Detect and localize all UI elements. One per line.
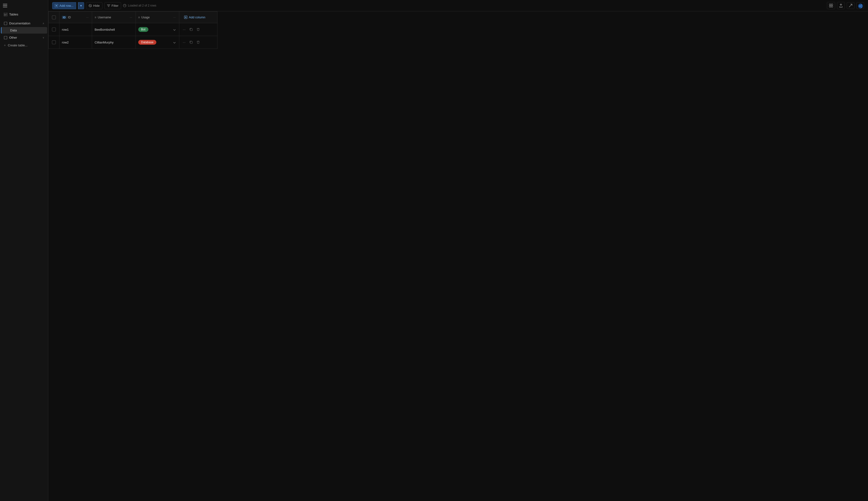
svg-point-27	[861, 7, 862, 8]
hide-label: Hide	[93, 4, 100, 8]
id-col-menu[interactable]: ···	[85, 16, 89, 19]
row2-usage-badge: Database	[138, 40, 156, 45]
export-button[interactable]	[837, 2, 845, 9]
table-container: ID ID ··· ≡ Username ···	[48, 11, 868, 501]
row1-usage-cell: Bot	[136, 23, 179, 36]
row2-actions-cell: ···	[179, 36, 218, 49]
row2-delete-button[interactable]	[196, 40, 201, 45]
usage-col-label: Usage	[141, 16, 150, 19]
add-row-label: Add row...	[60, 4, 73, 8]
grid-view-button[interactable]	[827, 2, 835, 9]
svg-rect-0	[3, 4, 7, 4]
th-username: ≡ Username ···	[92, 12, 136, 23]
add-column-button[interactable]: Add column	[182, 13, 208, 21]
svg-rect-33	[190, 29, 192, 31]
documentation-label: Documentation	[9, 21, 30, 25]
data-label: Data	[10, 29, 17, 32]
th-usage: ≡ Usage ···	[136, 12, 179, 23]
row2-username: CillianMurphy	[95, 41, 114, 44]
row1-delete-button[interactable]	[196, 27, 201, 32]
th-add-column: Add column	[179, 12, 218, 23]
chevron-down-icon: ∨	[43, 36, 44, 39]
share-circle-button[interactable]	[857, 2, 864, 10]
other-label: Other	[9, 36, 17, 39]
row1-checkbox[interactable]	[52, 28, 56, 31]
sidebar: Tables Documentation ∧ Data Other ∨ + Cr…	[0, 0, 48, 501]
id-col-label: ID	[68, 16, 71, 19]
svg-rect-20	[831, 6, 833, 7]
add-column-label: Add column	[189, 15, 205, 19]
row1-chevron-button[interactable]	[172, 27, 177, 32]
tables-label: Tables	[9, 13, 18, 16]
row1-username: BeeBombshell	[95, 28, 115, 31]
svg-line-11	[89, 5, 91, 6]
username-col-label: Username	[98, 16, 111, 19]
row2-username-cell: CillianMurphy	[92, 36, 136, 49]
row2-more-button[interactable]: ···	[182, 39, 187, 45]
row1-copy-button[interactable]	[189, 27, 194, 32]
plus-icon: +	[4, 43, 6, 47]
row2-usage-cell: Database	[136, 36, 179, 49]
add-row-button[interactable]: Add row...	[52, 2, 76, 9]
row1-usage-badge: Bot	[138, 27, 148, 32]
menu-icon[interactable]	[0, 2, 48, 10]
share-button[interactable]	[847, 2, 855, 9]
row2-chevron-button[interactable]	[172, 40, 177, 45]
dropdown-icon: ▾	[80, 4, 82, 8]
sidebar-item-data[interactable]: Data	[1, 27, 47, 34]
row1-id: row1	[62, 28, 68, 31]
id-col-icon: ID	[62, 16, 66, 19]
row1-actions-cell: ···	[179, 23, 218, 36]
svg-point-15	[123, 4, 126, 7]
sidebar-documentation-header[interactable]: Documentation ∧	[1, 20, 47, 26]
sidebar-item-tables[interactable]: Tables	[1, 11, 47, 18]
toolbar: Add row... ▾ Hide Filter	[48, 0, 868, 11]
sidebar-item-other[interactable]: Other ∨	[1, 34, 47, 41]
main-area: Add row... ▾ Hide Filter	[48, 0, 868, 501]
table-row: row1 BeeBombshell Bot	[49, 23, 218, 36]
svg-point-25	[859, 6, 860, 7]
row2-checkbox-cell	[49, 36, 60, 49]
username-col-menu[interactable]: ···	[129, 16, 133, 19]
filter-label: Filter	[112, 4, 119, 8]
row1-id-cell: row1	[60, 23, 92, 36]
add-row-dropdown[interactable]: ▾	[78, 2, 84, 9]
svg-point-26	[861, 5, 862, 6]
sidebar-create-table[interactable]: + Create table...	[1, 42, 47, 49]
row1-username-cell: BeeBombshell	[92, 23, 136, 36]
row2-id: row2	[62, 41, 68, 44]
table-row: row2 CillianMurphy Database	[49, 36, 218, 49]
row1-checkbox-cell	[49, 23, 60, 36]
usage-col-menu[interactable]: ···	[172, 16, 177, 19]
svg-rect-1	[3, 5, 7, 6]
data-table: ID ID ··· ≡ Username ···	[48, 11, 218, 49]
filter-button[interactable]: Filter	[104, 2, 121, 9]
svg-rect-19	[829, 6, 831, 7]
chevron-up-icon: ∧	[43, 22, 44, 25]
svg-rect-17	[829, 4, 831, 5]
row2-copy-button[interactable]	[189, 40, 194, 45]
svg-rect-34	[190, 41, 192, 43]
th-checkbox	[49, 12, 60, 23]
create-table-label: Create table...	[8, 43, 28, 47]
svg-rect-2	[3, 7, 7, 7]
row2-checkbox[interactable]	[52, 40, 56, 44]
sidebar-section-documentation: Documentation ∧ Data	[0, 20, 48, 34]
svg-rect-18	[831, 4, 833, 5]
username-col-icon: ≡	[95, 16, 96, 19]
th-id: ID ID ···	[60, 12, 92, 23]
share-circle-area	[857, 2, 864, 10]
status-text: Loaded all 2 of 2 rows	[123, 4, 156, 7]
row1-more-button[interactable]: ···	[182, 26, 187, 32]
svg-point-24	[858, 4, 863, 9]
status-label: Loaded all 2 of 2 rows	[128, 4, 156, 7]
row2-id-cell: row2	[60, 36, 92, 49]
svg-rect-3	[4, 13, 7, 16]
hide-button[interactable]: Hide	[86, 2, 103, 9]
usage-col-icon: ≡	[138, 16, 140, 19]
select-all-checkbox[interactable]	[52, 15, 56, 19]
